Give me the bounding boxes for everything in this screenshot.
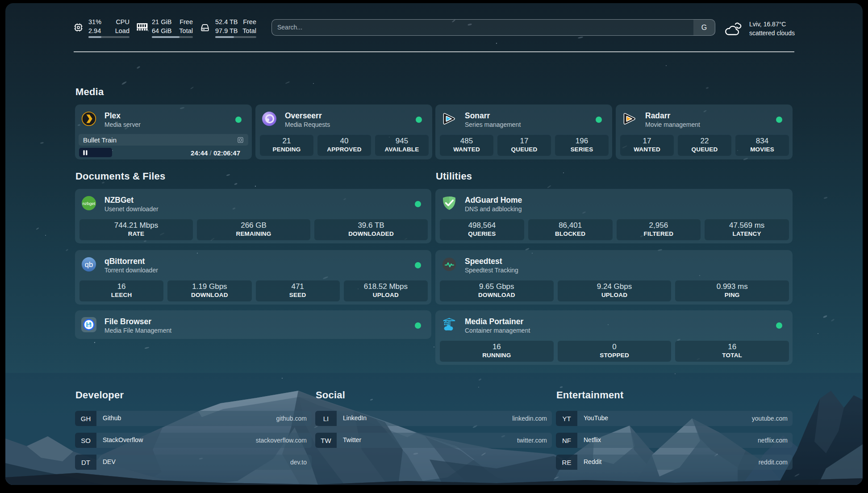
svg-text:nzbget: nzbget — [83, 201, 96, 206]
svg-text:qb: qb — [85, 260, 93, 268]
